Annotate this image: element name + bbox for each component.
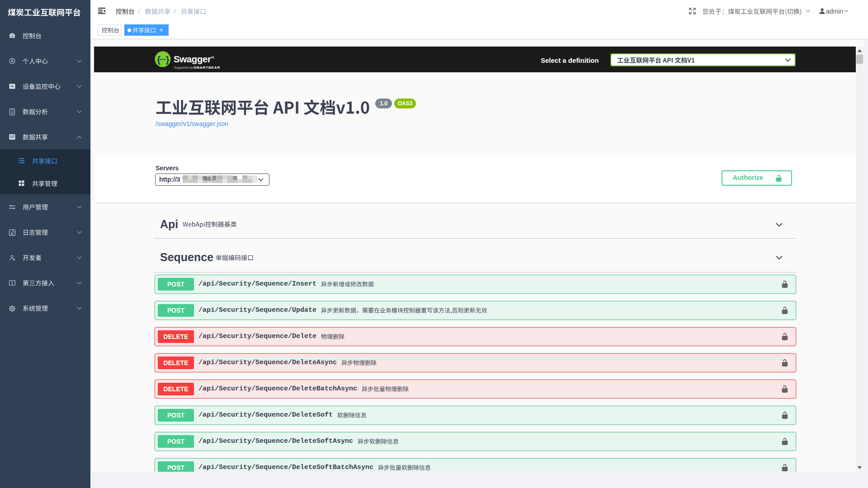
svg-text:08..: 08.. (204, 175, 214, 182)
svg-text:{: { (157, 54, 160, 65)
svg-text:}: } (166, 54, 170, 65)
